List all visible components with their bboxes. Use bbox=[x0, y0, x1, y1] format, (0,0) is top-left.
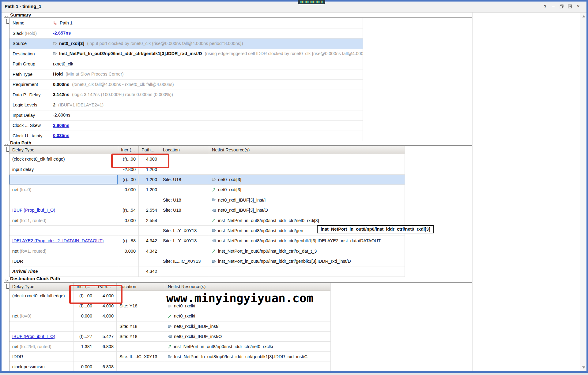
net-icon bbox=[212, 218, 216, 222]
delay-type-text: net bbox=[12, 185, 18, 195]
netlist-name: inst_NetPort_in_out8/np0/inst_iddr_ctrl/… bbox=[218, 236, 381, 246]
maximize-icon[interactable] bbox=[567, 4, 573, 9]
table-row[interactable]: IBUF (Prop_ibuf_I_O)(f)...275.427Site: Y… bbox=[9, 332, 330, 342]
timing-path-window: Path 1 - timing_1 ? – × Summary NamePath… bbox=[0, 0, 588, 373]
path-total-cell: 4.342 bbox=[139, 266, 160, 276]
table-row[interactable]: input delay-2.8001.200 bbox=[9, 164, 405, 174]
table-row[interactable]: IBUF (Prop_ibuf_I_O)(r)...542.554Site: U… bbox=[9, 205, 405, 215]
incr-cell bbox=[74, 352, 95, 362]
summary-value-cell: rxnet0_clk bbox=[49, 59, 363, 69]
incr-cell bbox=[74, 321, 95, 331]
table-row[interactable]: net (fo=1, routed)0.0002.554inst_NetPort… bbox=[9, 215, 405, 225]
scroll-up-icon[interactable] bbox=[582, 15, 585, 17]
summary-label: Input Delay bbox=[13, 113, 35, 118]
delay-type-cell: input delay bbox=[9, 164, 118, 174]
summary-value-link[interactable]: -2.657ns bbox=[53, 28, 71, 39]
table-row[interactable]: net (fo=0)0.0001.200net0_rxdi[3] bbox=[9, 185, 405, 195]
summary-value-link[interactable]: 2.808ns bbox=[53, 121, 69, 131]
table-row[interactable]: IDDRSite: IL...IC_X0Y13Inst_NetPort_In_o… bbox=[9, 352, 330, 362]
table-row[interactable]: (r)...001.200Site: U18net0_rxdi[3] bbox=[9, 175, 405, 185]
table-row[interactable]: clock pessimism0.0006.808 bbox=[9, 362, 330, 372]
column-header[interactable]: Netlist Resource(s) bbox=[209, 146, 405, 154]
column-header[interactable]: Location bbox=[160, 146, 209, 154]
delay-type-text: net bbox=[12, 246, 18, 256]
summary-row[interactable]: Sourcenet0_rxdi[3](input port clocked by… bbox=[9, 39, 363, 49]
activity-stripes-icon bbox=[300, 1, 323, 3]
table-row[interactable]: Arrival Time4.342 bbox=[9, 266, 405, 277]
summary-label-cell: Name bbox=[9, 18, 49, 28]
path-total-cell: 6.808 bbox=[95, 362, 117, 372]
incr-cell: (f)...00 bbox=[74, 301, 95, 311]
delay-type-link[interactable]: IBUF (Prop_ibuf_I_O) bbox=[12, 332, 55, 341]
summary-label: Clock ... Skew bbox=[13, 123, 41, 128]
summary-row[interactable]: Data P...Delay3.142ns(logic 3.142ns (100… bbox=[9, 90, 363, 100]
summary-row[interactable]: DestinationInst_NetPort_In_out8/np0/Inst… bbox=[9, 49, 363, 59]
summary-row[interactable]: Slack (Hold)-2.657ns bbox=[9, 28, 363, 39]
column-header[interactable]: Path... bbox=[139, 146, 160, 154]
netlist-cell: inst_NetPort_in_out8/np0/inst_iddr_ctrl/… bbox=[209, 256, 405, 266]
data-path-collapse-icon[interactable] bbox=[5, 142, 9, 145]
netlist-cell: Inst_NetPort_In_out8/np0/Inst_iddr_ctrl/… bbox=[165, 352, 330, 362]
summary-row[interactable]: Logic Levels2(IBUF=1 IDELAYE2=1) bbox=[9, 100, 363, 110]
table-row[interactable]: net (fo=0)0.0004.000net0_rxclki bbox=[9, 311, 330, 321]
netlist-name: net0_rxclki_IBUF_inst/O bbox=[174, 332, 222, 341]
column-header[interactable]: Delay Type bbox=[9, 283, 74, 291]
table-row[interactable]: Site: Y18net0_rxclki_IBUF_inst/I bbox=[9, 321, 330, 332]
minimize-icon[interactable]: – bbox=[551, 4, 556, 9]
delay-type-link[interactable]: IDELAYE2 (Prop_ide...2_IDATAIN_DATAOUT) bbox=[12, 236, 104, 246]
delay-type-cell: IBUF (Prop_ibuf_I_O) bbox=[9, 332, 74, 341]
close-icon[interactable]: × bbox=[575, 4, 581, 9]
delay-type-link[interactable]: IBUF (Prop_ibuf_I_O) bbox=[12, 205, 55, 215]
vertical-scrollbar[interactable] bbox=[580, 13, 586, 371]
summary-label: Logic Levels bbox=[13, 102, 37, 107]
netlist-cell: net0_rxclki_IBUF_inst/I bbox=[165, 321, 330, 331]
column-header[interactable]: Incr (... bbox=[118, 146, 139, 154]
column-header[interactable]: Path... bbox=[95, 283, 117, 291]
path-total-cell: 6.808 bbox=[95, 342, 117, 351]
float-icon[interactable] bbox=[559, 4, 564, 9]
delay-type-detail: (fo=1, routed) bbox=[18, 216, 46, 225]
table-row[interactable]: Site: U18net0_rxdi_IBUF[3]_inst/I bbox=[9, 195, 405, 205]
delay-type-text: IDDR bbox=[12, 256, 23, 266]
incr-cell bbox=[118, 256, 139, 266]
summary-row[interactable]: Path Grouprxnet0_clk bbox=[9, 59, 363, 69]
taskbar-peek-widget[interactable] bbox=[298, 0, 325, 4]
column-header[interactable]: Incr (... bbox=[74, 283, 95, 291]
delay-type-cell: IBUF (Prop_ibuf_I_O) bbox=[9, 205, 118, 215]
dest-clock-collapse-icon[interactable] bbox=[5, 278, 9, 280]
table-row[interactable]: net (fo=1, routed)0.0004.342inst_NetPort… bbox=[9, 246, 405, 256]
table-row[interactable]: (clock rxnet0_clk fall edge)(f)...004.00… bbox=[9, 154, 405, 164]
window-titlebar[interactable]: Path 1 - timing_1 ? – × bbox=[2, 2, 586, 13]
netlist-name: Inst_NetPort_In_out8/np0/Inst_iddr_ctrl/… bbox=[174, 352, 307, 362]
summary-row[interactable]: Clock U...tainty0.035ns bbox=[9, 131, 363, 141]
location-cell: Site: U18 bbox=[160, 195, 209, 205]
table-row[interactable]: net (fo=256, routed)1.3816.808inst_NetPo… bbox=[9, 342, 330, 352]
summary-collapse-icon[interactable] bbox=[5, 14, 9, 17]
summary-value-link[interactable]: 0.035ns bbox=[53, 131, 69, 141]
summary-row[interactable]: NamePath 1 bbox=[9, 18, 363, 28]
netlist-name: inst_NetPort_in_out8/np0/inst_iddr_ctrl/… bbox=[218, 246, 317, 256]
column-header[interactable]: Delay Type bbox=[9, 146, 118, 154]
table-row[interactable]: IDELAYE2 (Prop_ide...2_IDATAIN_DATAOUT)(… bbox=[9, 236, 405, 246]
table-row[interactable]: IDDRSite: IL...IC_X0Y13inst_NetPort_in_o… bbox=[9, 256, 405, 266]
pin-in-icon bbox=[212, 259, 216, 263]
summary-row[interactable]: Clock ... Skew2.808ns bbox=[9, 121, 363, 131]
net-icon bbox=[212, 188, 216, 192]
delay-type-text: Arrival Time bbox=[12, 266, 38, 276]
summary-value: Hold bbox=[53, 69, 63, 80]
netlist-cell: inst_NetPort_in_out8/np0/inst_iddr_ctrl/… bbox=[209, 236, 405, 246]
column-header[interactable]: Netlist Resource(s) bbox=[165, 283, 330, 291]
summary-value: 0.000ns bbox=[53, 80, 69, 90]
incr-cell: (r)...88 bbox=[118, 236, 139, 246]
column-header[interactable]: Location bbox=[117, 283, 165, 291]
summary-value-cell: -2.657ns bbox=[49, 28, 363, 39]
incr-cell: (f)...27 bbox=[74, 332, 95, 341]
summary-row[interactable]: Input Delay-2.800ns bbox=[9, 110, 363, 121]
netlist-name: net0_rxclki bbox=[174, 311, 195, 321]
scroll-down-icon[interactable] bbox=[582, 366, 585, 369]
help-icon[interactable]: ? bbox=[542, 4, 548, 9]
path-total-cell bbox=[95, 321, 117, 331]
path-total-cell: 4.000 bbox=[95, 301, 117, 311]
summary-row[interactable]: Path TypeHold(Min at Slow Process Corner… bbox=[9, 69, 363, 80]
summary-row[interactable]: Requirement0.000ns(rxnet0_clk fall@4.000… bbox=[9, 80, 363, 90]
